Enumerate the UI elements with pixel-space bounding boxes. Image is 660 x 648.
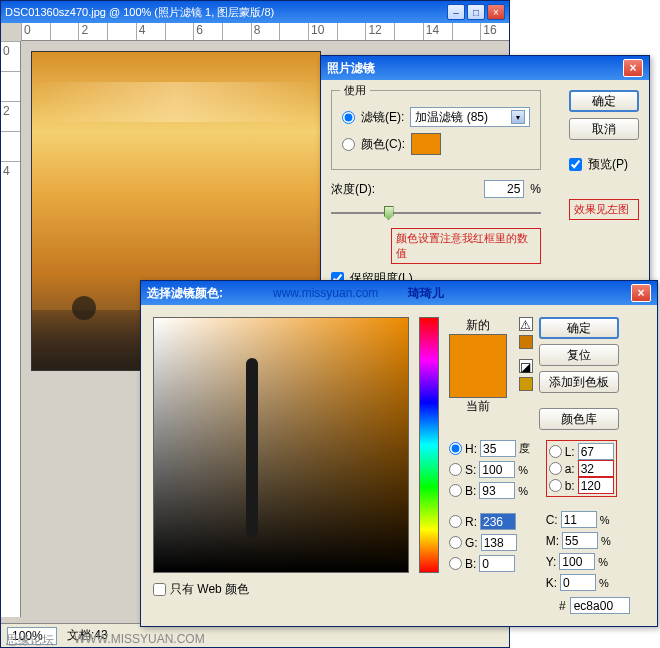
r-input[interactable]	[480, 513, 516, 530]
b2-input[interactable]	[479, 555, 515, 572]
saturation-value-field[interactable]	[153, 317, 409, 573]
ruler-vertical: 024	[1, 41, 21, 617]
filter-radio[interactable]	[342, 111, 355, 124]
use-legend: 使用	[340, 83, 370, 98]
k-label: K:	[546, 576, 557, 590]
gamut-swatch[interactable]	[519, 335, 533, 349]
density-slider[interactable]	[331, 204, 541, 222]
bv-radio[interactable]	[449, 484, 462, 497]
document-title: DSC01360sz470.jpg @ 100% (照片滤镜 1, 图层蒙版/8…	[5, 5, 447, 20]
b2-label: B:	[465, 557, 476, 571]
color-radio-label: 颜色(C):	[361, 136, 405, 153]
ok-button[interactable]: 确定	[569, 90, 639, 112]
web-only-checkbox[interactable]	[153, 583, 166, 596]
use-fieldset: 使用 滤镜(E): 加温滤镜 (85) ▾ 颜色(C):	[331, 90, 541, 170]
m-input[interactable]	[562, 532, 598, 549]
color-picker-titlebar[interactable]: 选择滤镜颜色: www.missyuan.com 琦琦儿 ×	[141, 281, 657, 305]
a-input[interactable]	[578, 460, 614, 477]
h-radio[interactable]	[449, 442, 462, 455]
filter-select-value: 加温滤镜 (85)	[415, 109, 488, 126]
websafe-warning-icon[interactable]: ◪	[519, 359, 533, 373]
ruler-horizontal: 0246810121416	[21, 23, 509, 41]
color-swatch[interactable]	[411, 133, 441, 155]
filter-select[interactable]: 加温滤镜 (85) ▾	[410, 107, 530, 127]
minimize-button[interactable]: –	[447, 4, 465, 20]
color-picker-title: 选择滤镜颜色:	[147, 285, 223, 302]
watermark-url: www.missyuan.com	[273, 286, 378, 300]
b2-radio[interactable]	[449, 557, 462, 570]
photo-filter-dialog: 照片滤镜 × 确定 取消 预览(P) 效果见左图 使用 滤镜(E): 加温滤镜 …	[320, 55, 650, 304]
lab-b-input[interactable]	[578, 477, 614, 494]
filter-radio-label: 滤镜(E):	[361, 109, 404, 126]
close-icon[interactable]: ×	[623, 59, 643, 77]
s-label: S:	[465, 463, 476, 477]
bv-label: B:	[465, 484, 476, 498]
k-input[interactable]	[560, 574, 596, 591]
l-label: L:	[565, 445, 575, 459]
maximize-button[interactable]: □	[467, 4, 485, 20]
cancel-button[interactable]: 取消	[569, 118, 639, 140]
photo-filter-titlebar[interactable]: 照片滤镜 ×	[321, 56, 649, 80]
density-input[interactable]	[484, 180, 524, 198]
s-radio[interactable]	[449, 463, 462, 476]
annotation-left-result: 效果见左图	[569, 199, 639, 220]
h-label: H:	[465, 442, 477, 456]
y-input[interactable]	[559, 553, 595, 570]
reset-button[interactable]: 复位	[539, 344, 619, 366]
color-libraries-button[interactable]: 颜色库	[539, 408, 619, 430]
gamut-warning-icon[interactable]: ⚠	[519, 317, 533, 331]
close-icon[interactable]: ×	[631, 284, 651, 302]
r-label: R:	[465, 515, 477, 529]
s-input[interactable]	[479, 461, 515, 478]
current-color-label: 当前	[466, 398, 490, 415]
page-footer: 思缘论坛 WWW.MISSYUAN.COM	[0, 632, 211, 648]
l-radio[interactable]	[549, 445, 562, 458]
lab-b-label: b:	[565, 479, 575, 493]
bv-input[interactable]	[479, 482, 515, 499]
a-label: a:	[565, 462, 575, 476]
g-input[interactable]	[481, 534, 517, 551]
document-titlebar[interactable]: DSC01360sz470.jpg @ 100% (照片滤镜 1, 图层蒙版/8…	[1, 1, 509, 23]
a-radio[interactable]	[549, 462, 562, 475]
y-label: Y:	[546, 555, 557, 569]
c-label: C:	[546, 513, 558, 527]
watermark-credit: 琦琦儿	[408, 285, 444, 302]
m-label: M:	[546, 534, 559, 548]
h-input[interactable]	[480, 440, 516, 457]
preview-checkbox[interactable]	[569, 158, 582, 171]
color-preview[interactable]	[449, 334, 507, 398]
density-unit: %	[530, 182, 541, 196]
annotation-values: 颜色设置注意我红框里的数值	[391, 228, 541, 264]
new-color-label: 新的	[466, 317, 490, 334]
websafe-swatch[interactable]	[519, 377, 533, 391]
current-color-swatch	[450, 366, 506, 397]
new-color-swatch	[450, 335, 506, 366]
ok-button[interactable]: 确定	[539, 317, 619, 339]
chevron-down-icon: ▾	[511, 110, 525, 124]
density-label: 浓度(D):	[331, 181, 375, 198]
web-only-label: 只有 Web 颜色	[170, 581, 249, 598]
add-swatch-button[interactable]: 添加到色板	[539, 371, 619, 393]
close-button[interactable]: ×	[487, 4, 505, 20]
hex-label: #	[559, 599, 566, 613]
sv-marker	[246, 358, 258, 538]
l-input[interactable]	[578, 443, 614, 460]
lab-highlight-box: L: a: b:	[546, 440, 617, 497]
b-radio[interactable]	[549, 479, 562, 492]
preview-label: 预览(P)	[588, 156, 628, 173]
photo-filter-title: 照片滤镜	[327, 60, 375, 77]
hue-slider[interactable]	[419, 317, 439, 573]
g-radio[interactable]	[449, 536, 462, 549]
color-picker-dialog: 选择滤镜颜色: www.missyuan.com 琦琦儿 × 只有 Web 颜色…	[140, 280, 658, 627]
color-radio[interactable]	[342, 138, 355, 151]
g-label: G:	[465, 536, 478, 550]
c-input[interactable]	[561, 511, 597, 528]
r-radio[interactable]	[449, 515, 462, 528]
hex-input[interactable]	[570, 597, 630, 614]
